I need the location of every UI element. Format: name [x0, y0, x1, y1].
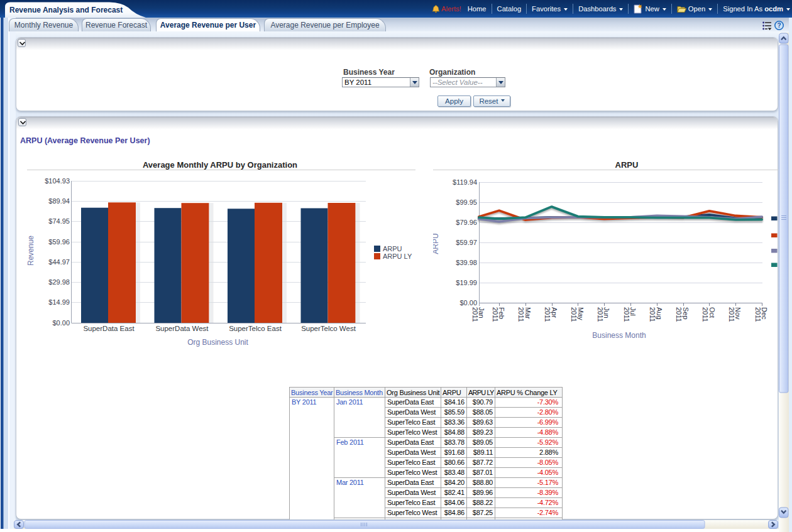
svg-text:$0.00: $0.00 — [52, 319, 70, 327]
svg-text:Business Month: Business Month — [592, 331, 646, 340]
svg-text:2011: 2011 — [649, 307, 656, 322]
svg-text:Revenue Analysis and Forecast: Revenue Analysis and Forecast — [9, 6, 123, 14]
svg-text:2011: 2011 — [701, 307, 709, 322]
svg-text:$19.99: $19.99 — [456, 279, 477, 286]
svg-text:Revenue: Revenue — [27, 236, 35, 266]
svg-text:2011: 2011 — [675, 307, 683, 322]
svg-text:ARPU LY: ARPU LY — [383, 252, 412, 260]
svg-text:ARPU: ARPU — [433, 233, 440, 254]
svg-text:2011: 2011 — [492, 307, 499, 322]
svg-text:2011: 2011 — [517, 307, 525, 322]
svg-text:$74.95: $74.95 — [48, 217, 70, 225]
svg-text:$79.96: $79.96 — [456, 219, 477, 226]
svg-text:2011: 2011 — [570, 307, 578, 322]
svg-text:Average Monthly ARPU by Organi: Average Monthly ARPU by Organization — [143, 160, 297, 170]
svg-text:$44.97: $44.97 — [48, 258, 70, 266]
svg-text:$59.97: $59.97 — [456, 239, 477, 246]
svg-text:ARPU: ARPU — [615, 160, 639, 170]
svg-text:$99.95: $99.95 — [456, 198, 477, 206]
svg-text:2011: 2011 — [728, 307, 735, 322]
svg-text:SuperTelco West: SuperTelco West — [301, 325, 356, 332]
svg-text:2011: 2011 — [544, 307, 551, 322]
svg-text:$119.94: $119.94 — [453, 178, 477, 186]
svg-text:SuperData East: SuperData East — [83, 325, 135, 332]
svg-text:$59.96: $59.96 — [48, 238, 70, 246]
svg-text:$29.98: $29.98 — [48, 278, 70, 286]
svg-text:$39.98: $39.98 — [456, 259, 477, 266]
svg-text:ARPU: ARPU — [383, 245, 402, 252]
svg-text:$14.99: $14.99 — [48, 298, 70, 306]
svg-text:2011: 2011 — [597, 307, 604, 322]
svg-text:?: ? — [777, 22, 781, 29]
svg-text:2011: 2011 — [623, 307, 630, 322]
svg-text:$0.00: $0.00 — [459, 299, 477, 307]
svg-text:2011: 2011 — [754, 307, 762, 322]
svg-text:SuperTelco East: SuperTelco East — [229, 325, 282, 332]
svg-text:2011: 2011 — [471, 307, 479, 322]
svg-text:$104.93: $104.93 — [45, 177, 70, 185]
svg-text:SuperData West: SuperData West — [155, 325, 209, 332]
svg-text:$89.94: $89.94 — [48, 197, 70, 205]
svg-text:Org Business Unit: Org Business Unit — [187, 338, 248, 347]
